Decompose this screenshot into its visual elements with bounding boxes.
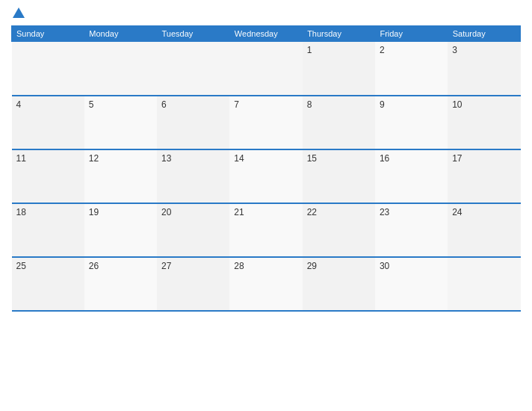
- day-cell-1: 1: [303, 42, 375, 96]
- days-of-week-row: SundayMondayTuesdayWednesdayThursdayFrid…: [12, 26, 521, 42]
- day-cell-4: 4: [12, 96, 84, 149]
- header: [11, 7, 521, 19]
- day-cell-26: 26: [84, 257, 157, 311]
- day-header-sunday: Sunday: [12, 26, 84, 42]
- day-number: 2: [380, 45, 385, 55]
- day-number: 26: [89, 261, 99, 271]
- empty-cell-0-3: [229, 42, 302, 96]
- day-number: 21: [234, 207, 244, 217]
- day-number: 4: [16, 99, 22, 110]
- empty-cell-4-6: [448, 257, 520, 311]
- day-cell-6: 6: [157, 96, 229, 149]
- calendar-header: SundayMondayTuesdayWednesdayThursdayFrid…: [12, 26, 521, 42]
- day-header-saturday: Saturday: [448, 26, 520, 42]
- day-cell-24: 24: [448, 203, 520, 257]
- day-cell-10: 10: [448, 96, 520, 149]
- day-cell-3: 3: [448, 42, 520, 96]
- day-header-thursday: Thursday: [303, 26, 375, 42]
- day-cell-14: 14: [229, 149, 302, 203]
- day-number: 8: [307, 99, 312, 110]
- day-number: 17: [452, 153, 462, 164]
- day-number: 5: [89, 99, 94, 110]
- day-cell-13: 13: [157, 149, 229, 203]
- day-cell-29: 29: [303, 257, 375, 311]
- day-number: 7: [234, 99, 239, 110]
- day-number: 14: [234, 153, 244, 164]
- empty-cell-0-2: [157, 42, 229, 96]
- calendar-page: SundayMondayTuesdayWednesdayThursdayFrid…: [0, 0, 532, 411]
- day-number: 19: [89, 207, 99, 217]
- day-header-friday: Friday: [375, 26, 448, 42]
- calendar-week-row: 11121314151617: [12, 149, 521, 203]
- day-cell-18: 18: [12, 203, 84, 257]
- day-number: 29: [307, 261, 317, 271]
- day-cell-2: 2: [375, 42, 448, 96]
- day-cell-5: 5: [84, 96, 157, 149]
- day-cell-27: 27: [157, 257, 229, 311]
- day-cell-21: 21: [229, 203, 302, 257]
- day-cell-12: 12: [84, 149, 157, 203]
- day-number: 25: [16, 261, 26, 271]
- day-cell-25: 25: [12, 257, 84, 311]
- day-header-wednesday: Wednesday: [229, 26, 302, 42]
- day-cell-22: 22: [303, 203, 375, 257]
- calendar-week-row: 252627282930: [12, 257, 521, 311]
- day-number: 1: [307, 45, 312, 55]
- day-number: 15: [307, 153, 317, 164]
- day-number: 10: [452, 99, 462, 110]
- calendar-week-row: 123: [12, 42, 521, 96]
- day-cell-28: 28: [229, 257, 302, 311]
- day-number: 16: [380, 153, 389, 164]
- day-number: 12: [89, 153, 99, 164]
- day-cell-19: 19: [84, 203, 157, 257]
- day-cell-9: 9: [375, 96, 448, 149]
- day-number: 18: [16, 207, 26, 217]
- day-cell-11: 11: [12, 149, 84, 203]
- day-number: 27: [161, 261, 171, 271]
- day-number: 20: [161, 207, 171, 217]
- calendar-body: 1234567891011121314151617181920212223242…: [12, 42, 521, 311]
- day-number: 9: [380, 99, 385, 110]
- calendar-week-row: 45678910: [12, 96, 521, 149]
- day-number: 13: [161, 153, 171, 164]
- day-number: 23: [380, 207, 389, 217]
- day-number: 24: [452, 207, 462, 217]
- day-cell-7: 7: [229, 96, 302, 149]
- logo-triangle-icon: [13, 7, 25, 18]
- day-header-tuesday: Tuesday: [157, 26, 229, 42]
- day-number: 22: [307, 207, 317, 217]
- calendar-table: SundayMondayTuesdayWednesdayThursdayFrid…: [11, 25, 521, 312]
- empty-cell-0-0: [12, 42, 84, 96]
- day-cell-16: 16: [375, 149, 448, 203]
- day-cell-17: 17: [448, 149, 520, 203]
- day-number: 30: [380, 261, 389, 271]
- day-cell-30: 30: [375, 257, 448, 311]
- day-number: 3: [452, 45, 457, 55]
- day-cell-15: 15: [303, 149, 375, 203]
- calendar-week-row: 18192021222324: [12, 203, 521, 257]
- day-header-monday: Monday: [84, 26, 157, 42]
- day-cell-20: 20: [157, 203, 229, 257]
- logo: [11, 7, 25, 19]
- day-cell-23: 23: [375, 203, 448, 257]
- empty-cell-0-1: [84, 42, 157, 96]
- day-cell-8: 8: [303, 96, 375, 149]
- day-number: 6: [161, 99, 167, 110]
- day-number: 11: [16, 153, 26, 164]
- day-number: 28: [234, 261, 244, 271]
